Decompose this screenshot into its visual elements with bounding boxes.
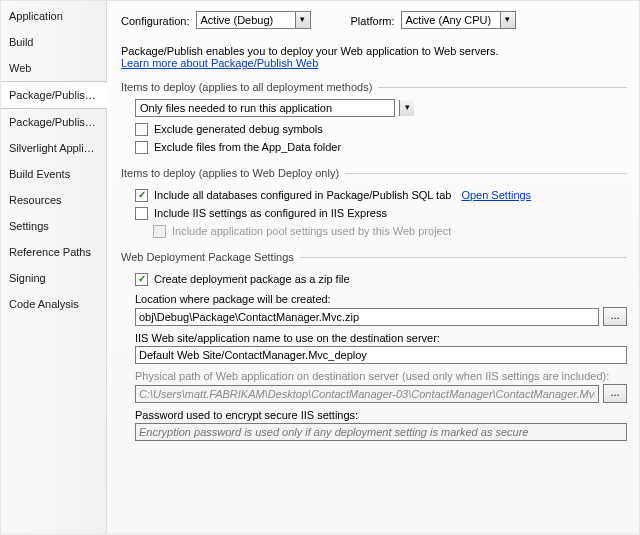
sidebar-item-label: Build Events — [9, 168, 70, 180]
iis-name-input[interactable] — [135, 346, 627, 364]
include-databases-checkbox[interactable] — [135, 189, 148, 202]
platform-select[interactable]: Active (Any CPU) ▾ — [401, 11, 516, 31]
sidebar-item-build[interactable]: Build — [1, 29, 106, 55]
include-apppool-label: Include application pool settings used b… — [172, 224, 451, 239]
chevron-down-icon: ▾ — [295, 12, 310, 28]
sidebar-item-package-publish-web[interactable]: Package/Publish Web — [1, 81, 107, 109]
sidebar-item-signing[interactable]: Signing — [1, 265, 106, 291]
include-iis-checkbox[interactable] — [135, 207, 148, 220]
items-to-deploy-select[interactable]: Only files needed to run this applicatio… — [135, 99, 415, 119]
create-zip-label: Create deployment package as a zip file — [154, 272, 350, 287]
exclude-appdata-checkbox[interactable] — [135, 141, 148, 154]
sidebar-item-application[interactable]: Application — [1, 3, 106, 29]
physical-path-label: Physical path of Web application on dest… — [135, 370, 627, 382]
configuration-label: Configuration: — [121, 15, 190, 27]
create-zip-checkbox[interactable] — [135, 273, 148, 286]
config-row: Configuration: Active (Debug) ▾ Platform… — [121, 11, 627, 31]
sidebar-item-label: Settings — [9, 220, 49, 232]
include-databases-label: Include all databases configured in Pack… — [154, 188, 451, 203]
sidebar-item-label: Code Analysis — [9, 298, 79, 310]
sidebar-item-label: Application — [9, 10, 63, 22]
group-title: Items to deploy (applies to all deployme… — [121, 81, 627, 93]
physical-path-input — [135, 385, 599, 403]
platform-value: Active (Any CPU) — [401, 11, 516, 29]
group-title: Items to deploy (applies to Web Deploy o… — [121, 167, 627, 179]
chevron-down-icon: ▾ — [500, 12, 515, 28]
intro-text: Package/Publish enables you to deploy yo… — [121, 45, 627, 57]
iis-name-label: IIS Web site/application name to use on … — [135, 332, 627, 344]
sidebar-item-label: Signing — [9, 272, 46, 284]
exclude-appdata-label: Exclude files from the App_Data folder — [154, 140, 341, 155]
group-items-deploy-all: Items to deploy (applies to all deployme… — [121, 81, 627, 155]
group-items-deploy-webdeploy: Items to deploy (applies to Web Deploy o… — [121, 167, 627, 239]
sidebar-item-label: Silverlight Applications — [9, 142, 106, 154]
sidebar-item-label: Package/Publish Web — [9, 89, 107, 101]
sidebar-item-label: Reference Paths — [9, 246, 91, 258]
learn-more-link[interactable]: Learn more about Package/Publish Web — [121, 57, 318, 69]
sidebar-item-label: Resources — [9, 194, 62, 206]
sidebar-item-package-publish-sql[interactable]: Package/Publish SQL — [1, 109, 106, 135]
location-browse-button[interactable]: ... — [603, 307, 627, 326]
sidebar-item-silverlight[interactable]: Silverlight Applications — [1, 135, 106, 161]
configuration-select[interactable]: Active (Debug) ▾ — [196, 11, 311, 31]
sidebar-item-resources[interactable]: Resources — [1, 187, 106, 213]
sidebar-item-code-analysis[interactable]: Code Analysis — [1, 291, 106, 317]
chevron-down-icon: ▾ — [399, 100, 414, 116]
project-properties-page: Application Build Web Package/Publish We… — [0, 0, 640, 535]
include-iis-label: Include IIS settings as configured in II… — [154, 206, 387, 221]
intro-block: Package/Publish enables you to deploy yo… — [121, 45, 627, 69]
sidebar-item-label: Build — [9, 36, 33, 48]
exclude-debug-checkbox[interactable] — [135, 123, 148, 136]
sidebar-item-label: Web — [9, 62, 31, 74]
main-panel: Configuration: Active (Debug) ▾ Platform… — [107, 1, 639, 534]
items-to-deploy-value: Only files needed to run this applicatio… — [135, 99, 395, 117]
physical-path-browse-button[interactable]: ... — [603, 384, 627, 403]
sidebar-item-build-events[interactable]: Build Events — [1, 161, 106, 187]
group-title: Web Deployment Package Settings — [121, 251, 627, 263]
password-input[interactable] — [135, 423, 627, 441]
group-web-deploy-package: Web Deployment Package Settings Create d… — [121, 251, 627, 441]
exclude-debug-label: Exclude generated debug symbols — [154, 122, 323, 137]
location-input[interactable] — [135, 308, 599, 326]
sidebar-item-settings[interactable]: Settings — [1, 213, 106, 239]
password-label: Password used to encrypt secure IIS sett… — [135, 409, 627, 421]
include-apppool-checkbox — [153, 225, 166, 238]
sidebar: Application Build Web Package/Publish We… — [1, 1, 107, 534]
open-settings-link[interactable]: Open Settings — [461, 188, 531, 203]
configuration-value: Active (Debug) — [196, 11, 311, 29]
sidebar-item-web[interactable]: Web — [1, 55, 106, 81]
sidebar-item-reference-paths[interactable]: Reference Paths — [1, 239, 106, 265]
platform-label: Platform: — [351, 15, 395, 27]
location-label: Location where package will be created: — [135, 293, 627, 305]
sidebar-item-label: Package/Publish SQL — [9, 116, 106, 128]
